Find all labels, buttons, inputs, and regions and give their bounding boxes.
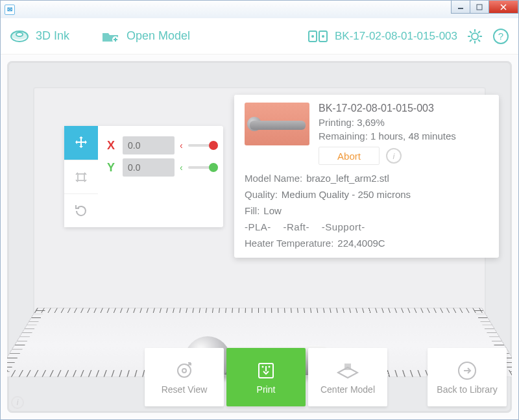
printer-name-label: BK-17-02-08-01-015-003 <box>335 30 457 43</box>
maximize-icon <box>476 4 483 10</box>
remaining-value: 1 hours, 48 minutes <box>370 130 456 142</box>
gear-icon <box>466 28 483 45</box>
tag-2: -Support- <box>322 221 365 232</box>
rotate-icon <box>73 203 89 219</box>
reset-view-label: Reset View <box>162 384 208 395</box>
folder-open-icon <box>101 29 120 43</box>
abort-button[interactable]: Abort <box>319 147 380 165</box>
svg-text:?: ? <box>498 31 503 42</box>
axis-y-label: Y <box>107 161 117 175</box>
info-icon: i <box>17 398 19 407</box>
y-decrement-icon[interactable]: ‹ <box>180 162 183 173</box>
fill-value: Low <box>263 205 282 216</box>
open-model-label: Open Model <box>127 29 190 43</box>
close-button[interactable] <box>489 1 518 14</box>
help-button[interactable]: ? <box>492 28 509 45</box>
help-icon: ? <box>492 28 509 45</box>
x-position-input[interactable] <box>123 136 175 154</box>
scale-icon <box>73 169 89 185</box>
minimize-button[interactable] <box>451 1 470 14</box>
ink-button[interactable]: 3D Ink <box>10 29 69 43</box>
move-icon <box>73 135 89 151</box>
printing-value: 3,69% <box>357 117 385 128</box>
svg-rect-1 <box>477 5 482 10</box>
printer-chip-icon <box>308 29 328 43</box>
info-icon: i <box>393 151 395 161</box>
center-model-icon <box>335 360 360 382</box>
svg-point-14 <box>178 364 191 377</box>
corner-info-button[interactable]: i <box>11 396 24 409</box>
material-tags: -PLA- -Raft- -Support- <box>245 221 489 232</box>
settings-button[interactable] <box>466 28 483 45</box>
svg-rect-19 <box>344 364 351 370</box>
svg-point-10 <box>472 33 478 40</box>
window-titlebar: ✉ <box>0 0 519 18</box>
back-arrow-icon <box>456 360 478 382</box>
open-model-button[interactable]: Open Model <box>101 29 190 43</box>
print-icon <box>255 360 277 382</box>
heater-value: 224,4009C <box>337 238 385 249</box>
model-thumbnail <box>245 103 309 145</box>
print-status-card: BK-17-02-08-01-015-003 Printing: 3,69% R… <box>234 95 499 258</box>
fill-label: Fill: <box>245 205 260 216</box>
y-position-input[interactable] <box>123 158 175 177</box>
move-tool-button[interactable] <box>64 126 98 160</box>
print-button[interactable]: Print <box>226 348 306 406</box>
model-name-value: brazo_left_arm2.stl <box>306 173 389 184</box>
back-to-library-button[interactable]: Back to Library <box>428 348 507 406</box>
svg-point-18 <box>269 366 271 368</box>
viewport-stage[interactable]: X ‹ Y ‹ <box>1 55 518 419</box>
svg-rect-0 <box>458 8 463 9</box>
svg-point-17 <box>262 366 264 368</box>
svg-rect-13 <box>78 174 84 180</box>
printer-selector[interactable]: BK-17-02-08-01-015-003 <box>308 29 457 43</box>
heater-label: Heater Temperature: <box>245 238 333 249</box>
transform-panel: X ‹ Y ‹ <box>64 126 223 227</box>
svg-point-9 <box>322 35 324 38</box>
tag-0: -PLA- <box>245 221 271 232</box>
x-decrement-icon[interactable]: ‹ <box>180 140 183 151</box>
minimize-icon <box>457 4 464 10</box>
y-slider[interactable] <box>188 166 214 169</box>
center-model-label: Center Model <box>320 384 375 395</box>
reset-view-button[interactable]: Reset View <box>145 348 224 406</box>
status-info-button[interactable]: i <box>386 148 402 164</box>
remaining-label: Remaining: <box>319 130 368 142</box>
bottom-action-bar: Reset View Print Center Model <box>7 348 512 406</box>
rotate-tool-button[interactable] <box>64 193 98 227</box>
svg-point-8 <box>311 35 314 38</box>
stage-frame: X ‹ Y ‹ <box>7 61 512 413</box>
quality-label: Quality: <box>245 189 278 200</box>
axis-x-label: X <box>107 139 117 153</box>
printing-label: Printing: <box>319 117 354 128</box>
app-icon: ✉ <box>5 5 15 15</box>
reset-view-icon <box>173 360 195 382</box>
ink-label: 3D Ink <box>36 29 69 43</box>
x-slider[interactable] <box>188 144 214 147</box>
status-title: BK-17-02-08-01-015-003 <box>319 103 489 114</box>
model-name-label: Model Name: <box>245 173 302 184</box>
maximize-button[interactable] <box>470 1 489 14</box>
spool-icon <box>10 29 29 43</box>
y-slider-knob[interactable] <box>209 163 218 172</box>
close-icon <box>500 4 507 10</box>
scale-tool-button[interactable] <box>64 160 98 193</box>
tag-1: -Raft- <box>284 221 310 232</box>
back-to-library-label: Back to Library <box>437 384 497 395</box>
abort-label: Abort <box>337 151 361 162</box>
top-toolbar: 3D Ink Open Model BK-17-02-08-01-015-003… <box>1 18 518 55</box>
svg-point-4 <box>16 32 23 36</box>
center-model-button[interactable]: Center Model <box>308 348 387 406</box>
print-label: Print <box>257 384 276 395</box>
quality-value: Medium Quality - 250 microns <box>282 189 411 200</box>
svg-point-15 <box>182 369 186 373</box>
x-slider-knob[interactable] <box>209 141 218 150</box>
